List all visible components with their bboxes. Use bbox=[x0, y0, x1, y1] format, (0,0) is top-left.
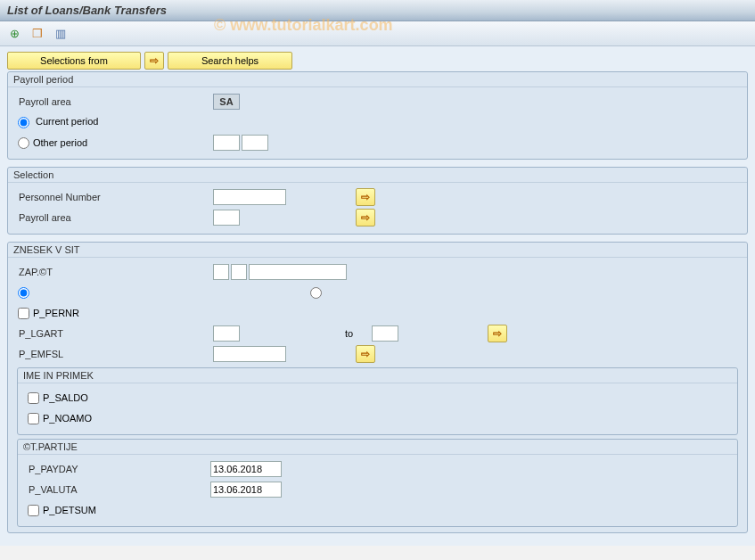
execute-icon[interactable]: ⊕ bbox=[5, 25, 23, 43]
label-zap: ZAP.©T bbox=[17, 267, 213, 277]
other-period-to-input[interactable] bbox=[242, 135, 268, 151]
radio-other-period[interactable]: Other period bbox=[17, 137, 213, 149]
selections-from-button[interactable]: Selections from bbox=[7, 52, 141, 70]
groupbox-ime-primek: IME IN PRIMEK P_SALDO P_NOAMO bbox=[17, 367, 738, 435]
p-emfsl-multiselect-icon[interactable]: ⇨ bbox=[356, 345, 375, 363]
label-current-period: Current period bbox=[36, 116, 98, 127]
label-p-noamo: P_NOAMO bbox=[43, 413, 92, 424]
payroll-area-sel-input[interactable] bbox=[213, 210, 240, 226]
groupbox-znesek: ZNESEK V SIT ZAP.©T P_PERNR P_LGART bbox=[7, 242, 748, 533]
p-lgart-to-input[interactable] bbox=[372, 325, 398, 342]
groupbox-label: Payroll period bbox=[8, 72, 747, 87]
button-row: Selections from ⇨ Search helps bbox=[7, 52, 748, 70]
variant-icon[interactable]: ❒ bbox=[29, 25, 46, 43]
icon-toolbar: ⊕ ❒ ▥ bbox=[0, 21, 755, 46]
label-payroll-area: Payroll area bbox=[17, 96, 213, 107]
label-p-detsum: P_DETSUM bbox=[43, 505, 96, 515]
checkbox-p-pernr[interactable] bbox=[18, 308, 29, 319]
content-area: Selections from ⇨ Search helps Payroll p… bbox=[0, 46, 755, 546]
groupbox-label: ZNESEK V SIT bbox=[8, 243, 747, 258]
radio-current-period[interactable]: Current period bbox=[17, 116, 98, 128]
label-p-lgart: P_LGART bbox=[17, 328, 213, 339]
groupbox-tpartije: ©T.PARTIJE P_PAYDAY P_VALUTA P_DETSUM bbox=[17, 439, 738, 527]
label-other-period: Other period bbox=[33, 137, 87, 148]
p-payday-input[interactable] bbox=[210, 461, 282, 477]
p-emfsl-input[interactable] bbox=[213, 346, 286, 362]
label-personnel-number: Personnel Number bbox=[17, 192, 213, 202]
search-helps-button[interactable]: Search helps bbox=[168, 52, 292, 70]
groupbox-label: Selection bbox=[8, 168, 747, 183]
label-to: to bbox=[345, 328, 372, 339]
groupbox-payroll-period: Payroll period Payroll area SA Current p… bbox=[7, 71, 748, 160]
zap-input-3[interactable] bbox=[249, 264, 347, 280]
label-p-payday: P_PAYDAY bbox=[27, 464, 210, 474]
groupbox-selection: Selection Personnel Number ⇨ Payroll are… bbox=[7, 167, 748, 235]
radio-current-period-input[interactable] bbox=[18, 117, 29, 128]
personnel-number-input[interactable] bbox=[213, 189, 286, 205]
zap-input-1[interactable] bbox=[213, 264, 229, 280]
radio-znesek-1[interactable] bbox=[18, 287, 29, 299]
checkbox-p-saldo[interactable] bbox=[28, 392, 39, 404]
title-bar: List of Loans/Bank Transfers bbox=[0, 0, 755, 21]
checkbox-p-detsum[interactable] bbox=[28, 505, 39, 516]
payroll-area-multiselect-icon[interactable]: ⇨ bbox=[356, 209, 375, 226]
radio-other-period-input[interactable] bbox=[18, 137, 29, 149]
payroll-area-value[interactable]: SA bbox=[213, 94, 240, 110]
page-title: List of Loans/Bank Transfers bbox=[7, 4, 748, 17]
other-period-from-input[interactable] bbox=[213, 135, 240, 151]
checkbox-p-noamo[interactable] bbox=[28, 413, 39, 424]
label-p-saldo: P_SALDO bbox=[43, 392, 88, 403]
groupbox-label: IME IN PRIMEK bbox=[18, 368, 737, 383]
groupbox-label: ©T.PARTIJE bbox=[18, 440, 737, 455]
label-p-pernr: P_PERNR bbox=[33, 308, 79, 318]
p-lgart-multiselect-icon[interactable]: ⇨ bbox=[488, 325, 507, 342]
personnel-number-multiselect-icon[interactable]: ⇨ bbox=[356, 188, 375, 206]
zap-input-2[interactable] bbox=[231, 264, 247, 280]
label-p-emfsl: P_EMFSL bbox=[17, 349, 213, 359]
radio-znesek-2[interactable] bbox=[310, 287, 322, 299]
label-p-valuta: P_VALUTA bbox=[27, 484, 210, 495]
label-payroll-area-sel: Payroll area bbox=[17, 212, 213, 223]
p-valuta-input[interactable] bbox=[210, 482, 282, 498]
search-helps-arrow-icon[interactable]: ⇨ bbox=[144, 52, 164, 70]
p-lgart-from-input[interactable] bbox=[213, 325, 240, 342]
layout-icon[interactable]: ▥ bbox=[52, 25, 70, 43]
